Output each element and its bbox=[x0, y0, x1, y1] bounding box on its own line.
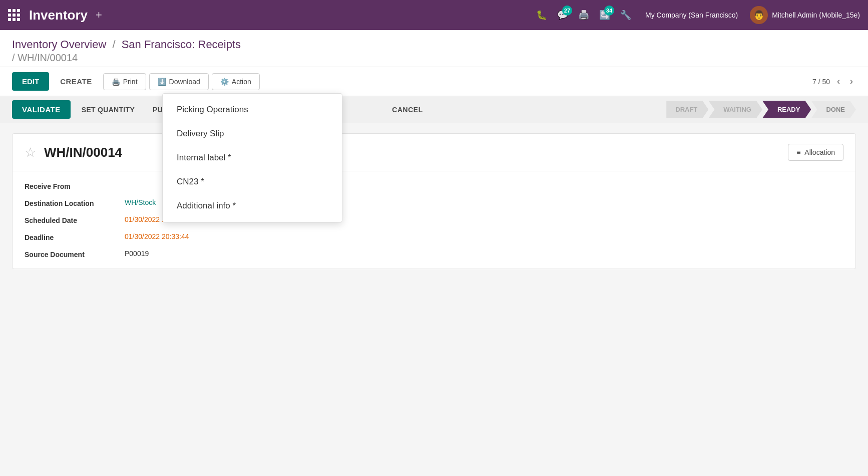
download-icon: ⬇️ bbox=[158, 78, 166, 86]
print-icon-small: 🖨️ bbox=[112, 78, 120, 86]
breadcrumb-part3: WH/IN/00014 bbox=[18, 52, 78, 63]
pager: 7 / 50 ‹ › bbox=[812, 74, 856, 89]
chat-badge: 27 bbox=[562, 6, 572, 16]
refresh-icon[interactable]: 🔄 34 bbox=[599, 10, 610, 21]
chat-icon[interactable]: 💬 27 bbox=[557, 10, 568, 21]
print-button[interactable]: 🖨️ Print bbox=[103, 73, 146, 90]
download-label: Download bbox=[169, 78, 200, 86]
step-done: DONE bbox=[811, 101, 856, 118]
create-button[interactable]: CREATE bbox=[52, 72, 100, 91]
favorite-star[interactable]: ☆ bbox=[25, 145, 36, 160]
step-ready: READY bbox=[762, 101, 811, 118]
print-icon[interactable]: 🖨️ bbox=[578, 10, 589, 21]
pager-next[interactable]: › bbox=[847, 74, 856, 89]
step-draft: DRAFT bbox=[666, 101, 708, 118]
print-label: Print bbox=[123, 78, 138, 86]
gear-icon: ⚙️ bbox=[220, 78, 229, 86]
print-picking-operations[interactable]: Picking Operations bbox=[163, 98, 342, 122]
avatar: 👨 bbox=[750, 6, 768, 24]
user-menu[interactable]: 👨 Mitchell Admin (Mobile_15e) bbox=[750, 6, 860, 24]
print-dropdown: Picking Operations Delivery Slip Interna… bbox=[162, 93, 342, 222]
source-document-label: Source Document bbox=[25, 250, 125, 259]
breadcrumb-sub: / WH/IN/00014 bbox=[12, 52, 856, 64]
main-content: ☆ WH/IN/00014 ≡ Allocation Receive From … bbox=[0, 133, 868, 269]
breadcrumb-sep2: / bbox=[12, 52, 18, 63]
breadcrumb-sep1: / bbox=[112, 38, 118, 51]
deadline-label: Deadline bbox=[25, 232, 125, 242]
print-internal-label[interactable]: Internal label * bbox=[163, 146, 342, 170]
receive-from-label: Receive From bbox=[25, 181, 125, 190]
source-document-value[interactable]: P00019 bbox=[125, 250, 843, 259]
new-item-button[interactable]: + bbox=[96, 9, 102, 22]
company-name: My Company (San Francisco) bbox=[645, 11, 738, 19]
action-label: Action bbox=[232, 78, 251, 86]
record-header: ☆ WH/IN/00014 ≡ Allocation bbox=[13, 134, 855, 171]
download-button[interactable]: ⬇️ Download bbox=[149, 73, 209, 90]
bug-icon[interactable]: 🐛 bbox=[536, 10, 547, 21]
allocation-label: Allocation bbox=[804, 148, 835, 156]
deadline-value[interactable]: 01/30/2022 20:33:44 bbox=[125, 232, 843, 242]
allocation-button[interactable]: ≡ Allocation bbox=[788, 144, 843, 161]
destination-location-label: Destination Location bbox=[25, 198, 125, 207]
status-stepper: DRAFT WAITING READY DONE bbox=[666, 101, 856, 118]
pager-prev[interactable]: ‹ bbox=[834, 74, 843, 89]
breadcrumb-line: Inventory Overview / San Francisco: Rece… bbox=[12, 38, 856, 51]
list-icon: ≡ bbox=[796, 148, 800, 156]
step-waiting: WAITING bbox=[708, 101, 762, 118]
validate-button[interactable]: VALIDATE bbox=[12, 100, 71, 119]
record-fields: Receive From Destination Location WH/Sto… bbox=[13, 171, 855, 269]
action-button[interactable]: ⚙️ Action bbox=[212, 73, 260, 90]
set-quantity-button[interactable]: SET QUANTITY bbox=[75, 102, 142, 118]
record-title: WH/IN/00014 bbox=[44, 145, 122, 160]
print-delivery-slip[interactable]: Delivery Slip bbox=[163, 122, 342, 146]
app-title: Inventory bbox=[29, 8, 88, 23]
toolbar: EDIT CREATE 🖨️ Print ⬇️ Download ⚙️ Acti… bbox=[0, 67, 868, 96]
print-additional-info[interactable]: Additional info * bbox=[163, 194, 342, 218]
pager-text: 7 / 50 bbox=[812, 78, 830, 86]
user-name: Mitchell Admin (Mobile_15e) bbox=[772, 11, 860, 19]
edit-button[interactable]: EDIT bbox=[12, 72, 49, 91]
print-cn23[interactable]: CN23 * bbox=[163, 170, 342, 194]
breadcrumb-part2[interactable]: San Francisco: Receipts bbox=[122, 38, 241, 51]
scheduled-date-label: Scheduled Date bbox=[25, 215, 125, 224]
breadcrumb-part1[interactable]: Inventory Overview bbox=[12, 38, 106, 51]
record-card: ☆ WH/IN/00014 ≡ Allocation Receive From … bbox=[12, 133, 856, 269]
action-bar: VALIDATE SET QUANTITY PUT IN PACK RETURN… bbox=[0, 96, 868, 123]
breadcrumb: Inventory Overview / San Francisco: Rece… bbox=[0, 30, 868, 67]
refresh-badge: 34 bbox=[604, 6, 614, 16]
cancel-button[interactable]: CANCEL bbox=[385, 102, 429, 118]
settings-icon[interactable]: 🔧 bbox=[620, 10, 631, 21]
topnav: Inventory + 🐛 💬 27 🖨️ 🔄 34 🔧 My Company … bbox=[0, 0, 868, 30]
apps-grid-icon[interactable] bbox=[8, 9, 20, 21]
